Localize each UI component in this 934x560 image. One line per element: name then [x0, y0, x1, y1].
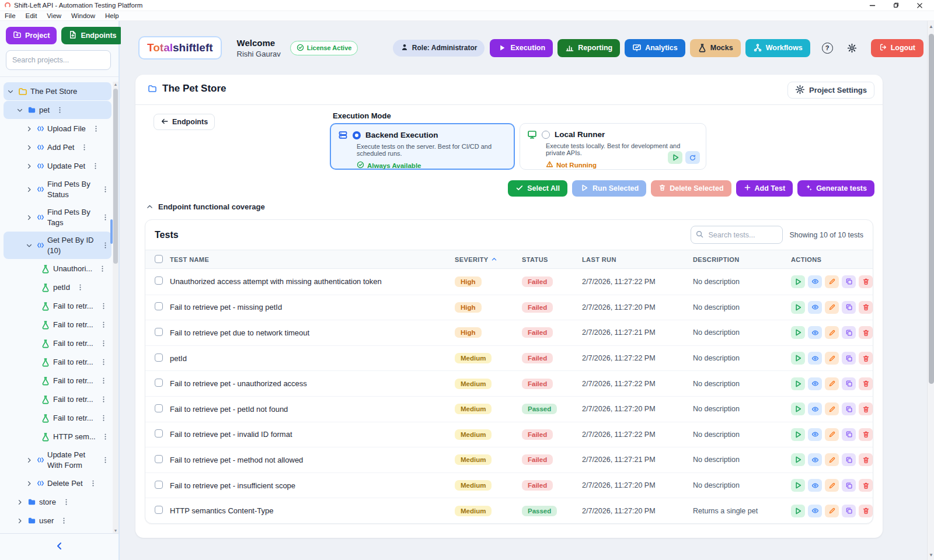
- delete-test-button[interactable]: [859, 402, 873, 415]
- view-test-button[interactable]: [808, 377, 822, 390]
- duplicate-test-button[interactable]: [842, 377, 856, 390]
- row-checkbox[interactable]: [155, 328, 163, 336]
- test-row[interactable]: Fail to retrieve pet - insufficient scop…: [145, 473, 873, 498]
- kebab-menu-icon[interactable]: [102, 214, 109, 221]
- kebab-menu-icon[interactable]: [100, 377, 107, 384]
- local-radio[interactable]: [542, 131, 550, 139]
- row-checkbox[interactable]: [155, 302, 163, 310]
- menu-view[interactable]: View: [47, 12, 61, 19]
- generate-tests-button[interactable]: Generate tests: [797, 180, 874, 197]
- duplicate-test-button[interactable]: [842, 428, 856, 441]
- delete-test-button[interactable]: [859, 275, 873, 288]
- test-row[interactable]: petIdMediumFailed2/7/2026, 11:27:22 PMNo…: [145, 345, 873, 371]
- scroll-down-icon[interactable]: ▼: [113, 528, 119, 533]
- kebab-menu-icon[interactable]: [100, 396, 107, 403]
- back-to-endpoints-button[interactable]: Endpoints: [154, 114, 215, 130]
- view-test-button[interactable]: [808, 428, 822, 441]
- help-button[interactable]: ?: [822, 43, 833, 54]
- kebab-menu-icon[interactable]: [102, 433, 109, 440]
- duplicate-test-button[interactable]: [842, 352, 856, 365]
- sidebar-scrollbar[interactable]: ▲ ▼: [113, 82, 119, 533]
- nav-execution-button[interactable]: Execution: [490, 39, 553, 57]
- view-test-button[interactable]: [808, 402, 822, 415]
- nav-reporting-button[interactable]: Reporting: [557, 39, 620, 57]
- new-endpoints-button[interactable]: Endpoints: [61, 27, 123, 44]
- tree-item-user[interactable]: user: [4, 512, 111, 530]
- delete-test-button[interactable]: [859, 352, 873, 365]
- test-row[interactable]: Fail to retrieve pet - petId not foundMe…: [145, 396, 873, 422]
- test-row[interactable]: Unauthorized access attempt with missing…: [145, 269, 873, 295]
- local-runner-card[interactable]: Local Runner Execute tests locally. Best…: [520, 123, 706, 170]
- project-settings-button[interactable]: Project Settings: [787, 82, 874, 99]
- menu-edit[interactable]: Edit: [26, 12, 37, 19]
- kebab-menu-icon[interactable]: [92, 125, 100, 132]
- duplicate-test-button[interactable]: [842, 479, 856, 492]
- close-button[interactable]: [916, 2, 923, 9]
- window-scrollbar[interactable]: ▲ ▼: [927, 21, 934, 560]
- scroll-up-icon[interactable]: ▲: [928, 24, 934, 29]
- run-test-button[interactable]: [791, 428, 805, 441]
- row-checkbox[interactable]: [155, 276, 163, 285]
- delete-test-button[interactable]: [859, 326, 873, 339]
- edit-test-button[interactable]: [825, 326, 839, 339]
- new-project-button[interactable]: Project: [6, 27, 57, 44]
- nav-mocks-button[interactable]: Mocks: [690, 39, 741, 57]
- edit-test-button[interactable]: [825, 275, 839, 288]
- nested-scroll-thumb[interactable]: [110, 219, 113, 244]
- tree-item-fail-to-retr[interactable]: Fail to retr...: [4, 390, 111, 408]
- view-test-button[interactable]: [808, 352, 822, 365]
- view-test-button[interactable]: [808, 301, 822, 314]
- duplicate-test-button[interactable]: [842, 275, 856, 288]
- test-row[interactable]: Fail to retrieve pet - method not allowe…: [145, 447, 873, 473]
- run-test-button[interactable]: [791, 505, 805, 517]
- row-checkbox[interactable]: [155, 455, 163, 463]
- tree-item-unauthori[interactable]: Unauthori...: [4, 260, 111, 278]
- tree-item-the-pet-store[interactable]: The Pet Store: [4, 82, 111, 100]
- edit-test-button[interactable]: [825, 377, 839, 390]
- edit-test-button[interactable]: [825, 505, 839, 517]
- run-test-button[interactable]: [791, 352, 805, 365]
- tree-item-fail-to-retr[interactable]: Fail to retr...: [4, 316, 111, 334]
- menu-window[interactable]: Window: [71, 12, 95, 19]
- kebab-menu-icon[interactable]: [60, 517, 68, 524]
- edit-test-button[interactable]: [825, 301, 839, 314]
- test-row[interactable]: Fail to retrieve pet - unauthorized acce…: [145, 370, 873, 396]
- settings-gear-button[interactable]: [847, 43, 857, 53]
- menu-file[interactable]: File: [5, 12, 16, 19]
- kebab-menu-icon[interactable]: [99, 265, 106, 272]
- kebab-menu-icon[interactable]: [56, 106, 64, 114]
- row-checkbox[interactable]: [155, 481, 163, 489]
- delete-selected-button[interactable]: Delete Selected: [651, 180, 731, 197]
- row-checkbox[interactable]: [155, 404, 163, 412]
- nav-workflows-button[interactable]: Workflows: [745, 39, 810, 57]
- minimize-button[interactable]: [869, 2, 876, 9]
- sidebar-collapse-button[interactable]: [0, 533, 119, 560]
- menu-help[interactable]: Help: [105, 12, 119, 19]
- run-test-button[interactable]: [791, 275, 805, 288]
- kebab-menu-icon[interactable]: [62, 498, 70, 506]
- chevron-right-icon[interactable]: [26, 144, 34, 151]
- chevron-down-icon[interactable]: [7, 88, 15, 95]
- test-row[interactable]: HTTP semantics Content-TypeMediumPassed2…: [145, 498, 873, 523]
- view-test-button[interactable]: [808, 326, 822, 339]
- tree-item-update-pet[interactable]: Update Pet: [4, 157, 111, 175]
- row-checkbox[interactable]: [155, 354, 163, 362]
- edit-test-button[interactable]: [825, 352, 839, 365]
- delete-test-button[interactable]: [859, 301, 873, 314]
- test-row[interactable]: Fail to retrieve pet due to network time…: [145, 320, 873, 345]
- edit-test-button[interactable]: [825, 453, 839, 466]
- tree-item-update-pet-with-form[interactable]: Update Pet With Form: [4, 446, 111, 474]
- test-row[interactable]: Fail to retrieve pet - invalid ID format…: [145, 422, 873, 447]
- view-test-button[interactable]: [808, 453, 822, 466]
- view-test-button[interactable]: [808, 505, 822, 517]
- tree-item-delete-pet[interactable]: Delete Pet: [4, 474, 111, 492]
- tree-item-fail-to-retr[interactable]: Fail to retr...: [4, 372, 111, 390]
- duplicate-test-button[interactable]: [842, 402, 856, 415]
- run-test-button[interactable]: [791, 479, 805, 492]
- scroll-up-icon[interactable]: ▲: [113, 82, 119, 86]
- delete-test-button[interactable]: [859, 428, 873, 441]
- kebab-menu-icon[interactable]: [76, 284, 84, 291]
- tree-item-http-sem[interactable]: HTTP sem...: [4, 428, 111, 446]
- row-checkbox[interactable]: [155, 506, 163, 514]
- kebab-menu-icon[interactable]: [102, 242, 109, 249]
